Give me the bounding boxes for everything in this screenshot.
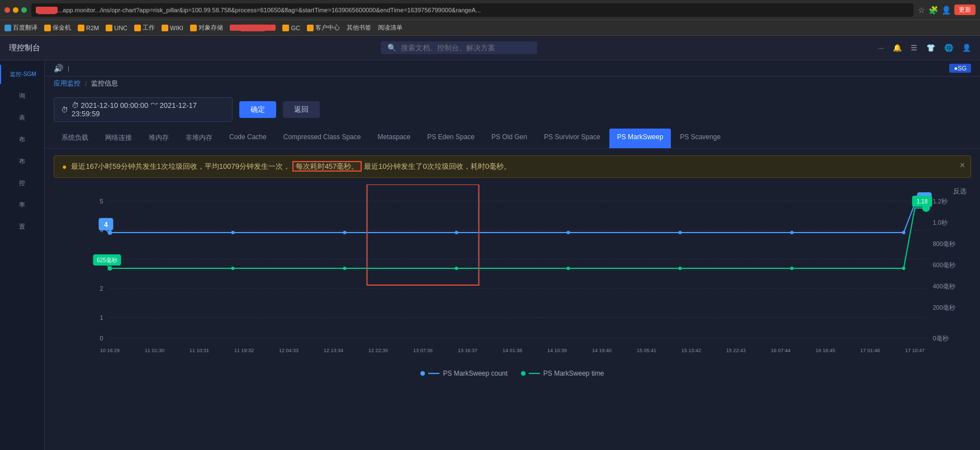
svg-text:600毫秒: 600毫秒: [933, 262, 955, 268]
svg-text:800毫秒: 800毫秒: [933, 240, 955, 247]
bookmark-r2m[interactable]: R2M: [78, 25, 99, 31]
tab-metaspace[interactable]: Metaspace: [370, 129, 418, 148]
sidebar: 监控-SGM 询 表 布 布 控 率 置: [0, 60, 45, 450]
bell-icon[interactable]: 🔔: [893, 44, 902, 52]
sidebar-item-monitor[interactable]: 监控-SGM: [0, 65, 44, 84]
alert-text: 最近167小时59分钟共发生1次垃圾回收，平均10079分钟发生一次， 每次耗时…: [71, 162, 510, 172]
more-icon[interactable]: ···: [878, 44, 884, 52]
bookmark-reading[interactable]: 阅读清单: [378, 23, 403, 32]
app-title-text: 理控制台: [9, 43, 40, 53]
svg-text:1.0秒: 1.0秒: [933, 219, 948, 226]
back-button[interactable]: 返回: [283, 101, 320, 118]
globe-icon[interactable]: 🌐: [944, 44, 953, 52]
tab-survivor[interactable]: PS Survivor Space: [536, 129, 608, 148]
tab-old-gen[interactable]: PS Old Gen: [484, 129, 535, 148]
svg-point-27: [902, 231, 906, 234]
svg-text:13 07:36: 13 07:36: [413, 348, 433, 353]
tab-system-load[interactable]: 系统负载: [54, 129, 96, 148]
svg-point-35: [790, 267, 794, 270]
tab-eden[interactable]: PS Eden Space: [419, 129, 482, 148]
sidebar-item-query[interactable]: 询: [0, 86, 44, 106]
tab-code-cache[interactable]: Code Cache: [221, 129, 274, 148]
svg-text:1.2秒: 1.2秒: [933, 198, 948, 205]
app-title: 理控制台: [9, 43, 40, 53]
account-icon[interactable]: 👤: [941, 6, 951, 15]
legend-green-dot: [521, 371, 525, 376]
update-button[interactable]: 更新: [954, 4, 976, 15]
tab-marksweep[interactable]: PS MarkSweep: [609, 129, 671, 148]
svg-text:14 10:39: 14 10:39: [547, 348, 567, 353]
list-icon[interactable]: ☰: [911, 44, 917, 52]
svg-point-31: [343, 267, 347, 270]
svg-text:2: 2: [100, 285, 103, 292]
svg-text:13 16:37: 13 16:37: [458, 348, 477, 353]
browser-actions: ☆ 🧩 👤 更新: [918, 4, 976, 15]
url-text: ...app.monitor.../ins/opr-chart?app=risk…: [58, 7, 481, 13]
alert-text-part1: 最近167小时59分钟共发生1次垃圾回收，平均10079分钟发生一次，: [71, 162, 290, 170]
alert-highlight: 每次耗时457毫秒。: [292, 161, 362, 172]
alert-banner: ● 最近167小时59分钟共发生1次垃圾回收，平均10079分钟发生一次， 每次…: [54, 155, 971, 178]
chart-svg: 5 4 3 2 1 0 1.2秒 1.0秒 800毫秒 600毫秒 400毫秒 …: [54, 184, 971, 363]
svg-text:15 13:42: 15 13:42: [681, 348, 701, 353]
extension-icon[interactable]: 🧩: [929, 6, 938, 15]
breadcrumb-parent[interactable]: 应用监控: [54, 79, 81, 88]
svg-point-24: [567, 231, 570, 234]
search-input[interactable]: [401, 44, 531, 52]
bookmark-wiki[interactable]: WIKI: [162, 25, 183, 31]
svg-point-30: [231, 267, 235, 270]
svg-text:15 22:43: 15 22:43: [726, 348, 746, 353]
sidebar-item-rate[interactable]: 率: [0, 195, 44, 215]
bookmark-customer[interactable]: 客户中心: [307, 23, 340, 32]
date-range-input[interactable]: ⏱ ⏱ 2021-12-10 00:00:00 ～ 2021-12-17 23:…: [54, 97, 233, 122]
bookmark-work[interactable]: 工作: [134, 23, 155, 32]
bookmark-others[interactable]: 其他书签: [347, 23, 371, 32]
svg-point-22: [343, 231, 347, 234]
sidebar-item-table[interactable]: 表: [0, 108, 44, 127]
legend-green-line: [529, 373, 540, 374]
bookmark-unc[interactable]: UNC: [106, 25, 127, 31]
bookmark-icon[interactable]: ☆: [918, 6, 925, 15]
content-area: 监控-SGM 询 表 布 布 控 率 置 🔊 | ●SG 应用监控 / 监控信息: [0, 60, 980, 450]
sidebar-item-deploy1[interactable]: 布: [0, 130, 44, 149]
tab-nonheap[interactable]: 非堆内存: [178, 129, 220, 148]
tab-network[interactable]: 网络连接: [97, 129, 140, 148]
search-bar[interactable]: 🔍: [381, 41, 537, 54]
svg-rect-0: [65, 184, 960, 363]
browser-url-bar[interactable]: ████ ...app.monitor.../ins/opr-chart?app…: [31, 3, 913, 17]
svg-point-36: [902, 267, 906, 270]
tab-compressed-class[interactable]: Compressed Class Space: [276, 129, 369, 148]
svg-text:14 01:38: 14 01:38: [503, 348, 522, 353]
svg-text:200毫秒: 200毫秒: [933, 304, 955, 311]
bookmark-storage[interactable]: 对象存储: [190, 23, 223, 32]
chart-legend: PS MarkSweep count PS MarkSweep time: [54, 365, 971, 382]
sidebar-item-control[interactable]: 控: [0, 173, 44, 193]
bookmark-gc[interactable]: GC: [282, 25, 300, 31]
tab-scavenge[interactable]: PS Scavenge: [672, 129, 728, 148]
legend-blue-label: PS MarkSweep count: [443, 370, 507, 377]
user-icon[interactable]: 👤: [962, 44, 971, 52]
svg-text:16 07:44: 16 07:44: [771, 348, 790, 353]
bookmark-translate[interactable]: 百度翻译: [4, 23, 37, 32]
svg-point-26: [790, 231, 794, 234]
legend-green: PS MarkSweep time: [521, 370, 604, 377]
confirm-button[interactable]: 确定: [239, 101, 276, 118]
legend-blue: PS MarkSweep count: [420, 370, 507, 377]
shirt-icon[interactable]: 👕: [926, 44, 935, 52]
date-range-value: ⏱ 2021-12-10 00:00:00 ～ 2021-12-17 23:59…: [72, 101, 225, 118]
alert-close-button[interactable]: ×: [960, 160, 965, 170]
sidebar-item-settings[interactable]: 置: [0, 217, 44, 236]
sidebar-item-deploy2[interactable]: 布: [0, 151, 44, 171]
bookmark-baojin[interactable]: 保金机: [44, 23, 71, 32]
bookmarks-bar: 百度翻译 保金机 R2M UNC 工作 WIKI 对象存储 ██████ GC …: [0, 20, 980, 36]
chart-container: 反选 5 4 3: [54, 184, 971, 382]
date-bar: ⏱ ⏱ 2021-12-10 00:00:00 ～ 2021-12-17 23:…: [45, 91, 980, 129]
tab-heap[interactable]: 堆内存: [141, 129, 177, 148]
svg-text:400毫秒: 400毫秒: [933, 283, 955, 290]
breadcrumb: 应用监控 / 监控信息: [45, 77, 980, 91]
sub-nav-bar: 🔊 | ●SG: [45, 60, 980, 77]
sg-badge: ●SG: [949, 64, 971, 73]
sound-icon[interactable]: 🔊: [54, 64, 63, 73]
reverse-select-button[interactable]: 反选: [949, 184, 971, 198]
svg-text:16 16:45: 16 16:45: [816, 348, 835, 353]
search-icon: 🔍: [387, 44, 396, 52]
